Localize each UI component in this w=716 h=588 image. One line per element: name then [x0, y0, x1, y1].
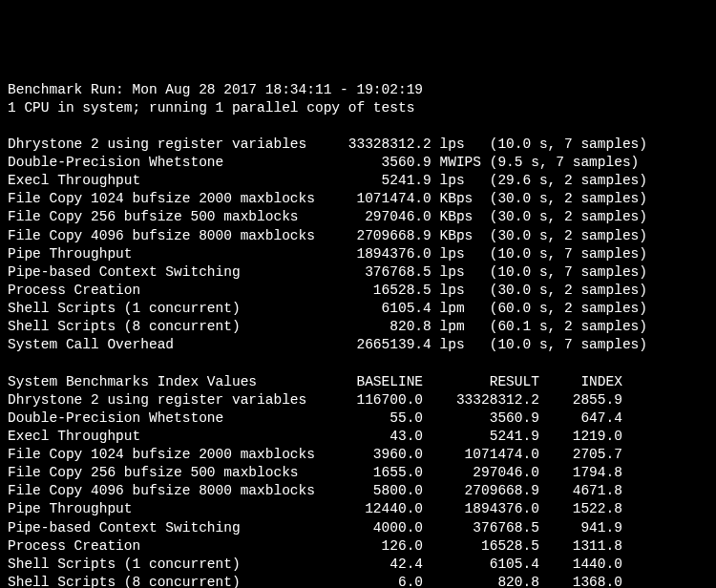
terminal-output: Benchmark Run: Mon Aug 28 2017 18:34:11 …: [8, 81, 708, 589]
